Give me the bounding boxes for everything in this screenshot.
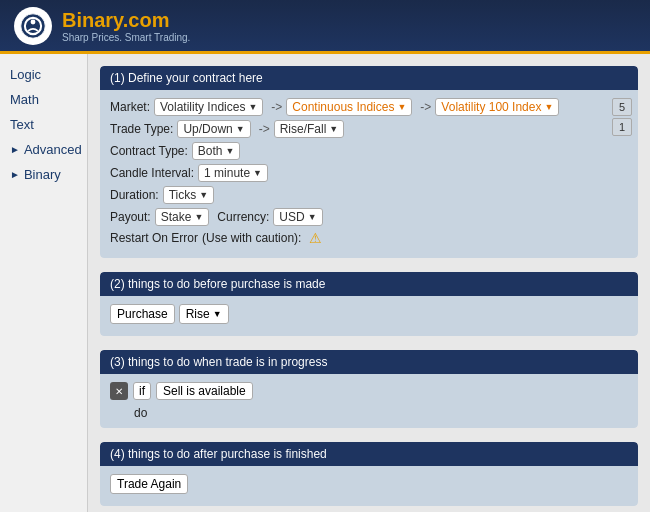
app-header: Binary.com Sharp Prices. Smart Trading. [0, 0, 650, 54]
rise-caret: ▼ [213, 309, 222, 319]
section-2-body: Purchase Rise ▼ [100, 296, 638, 336]
market-label: Market: [110, 100, 150, 114]
trade-type-dropdown[interactable]: Up/Down ▼ [177, 120, 250, 138]
section-3-title: (3) things to do when trade is in progre… [110, 355, 327, 369]
rise-btn-label: Rise [186, 307, 210, 321]
section-3-body: ✕ if Sell is available do [100, 374, 638, 428]
do-label: do [110, 404, 628, 420]
sell-button[interactable]: Sell is available [156, 382, 253, 400]
sidebar-item-logic[interactable]: Logic [0, 62, 87, 87]
sidebar-item-text[interactable]: Text [0, 112, 87, 137]
section-4: (4) things to do after purchase is finis… [100, 442, 638, 506]
purchase-btn-label: Purchase [117, 307, 168, 321]
if-icon[interactable]: ✕ [110, 382, 128, 400]
trade-arrow-sep: -> [259, 122, 270, 136]
currency-caret: ▼ [308, 212, 317, 222]
tagline: Sharp Prices. Smart Trading. [62, 32, 190, 43]
rise-fall-dropdown[interactable]: Rise/Fall ▼ [274, 120, 345, 138]
section-3-header: (3) things to do when trade is in progre… [100, 350, 638, 374]
candle-interval-dropdown[interactable]: 1 minute ▼ [198, 164, 268, 182]
contract-type-label: Contract Type: [110, 144, 188, 158]
trade-type-dd-label: Up/Down [183, 122, 232, 136]
rise-fall-label: Rise/Fall [280, 122, 327, 136]
purchase-row: Purchase Rise ▼ [110, 304, 628, 324]
rise-button[interactable]: Rise ▼ [179, 304, 229, 324]
section-1-title: (1) Define your contract here [110, 71, 263, 85]
sidebar-label-text: Text [10, 117, 34, 132]
payout-dropdown[interactable]: Stake ▼ [155, 208, 210, 226]
volatility100-dropdown[interactable]: Volatility 100 Index ▼ [435, 98, 559, 116]
candle-interval-row: Candle Interval: 1 minute ▼ [110, 164, 628, 182]
main-layout: Logic Math Text ► Advanced ► Binary (1) … [0, 54, 650, 512]
brand-primary: Binary [62, 9, 123, 31]
section-1: (1) Define your contract here Market: Vo… [100, 66, 638, 258]
currency-label: Currency: [217, 210, 269, 224]
section-1-body: Market: Volatility Indices ▼ -> Continuo… [100, 90, 638, 258]
contract-type-caret: ▼ [226, 146, 235, 156]
trade-type-caret: ▼ [236, 124, 245, 134]
section-2-title: (2) things to do before purchase is made [110, 277, 325, 291]
payout-caret: ▼ [194, 212, 203, 222]
continuous-indices-label: Continuous Indices [292, 100, 394, 114]
purchase-button[interactable]: Purchase [110, 304, 175, 324]
spinner-top[interactable]: 5 [612, 98, 632, 116]
section-4-body: Trade Again [100, 466, 638, 506]
volatility100-label: Volatility 100 Index [441, 100, 541, 114]
duration-dd-label: Ticks [169, 188, 197, 202]
restart-caution: (Use with caution): [202, 231, 301, 245]
continuous-indices-caret: ▼ [397, 102, 406, 112]
section-2-header: (2) things to do before purchase is made [100, 272, 638, 296]
sidebar-item-math[interactable]: Math [0, 87, 87, 112]
currency-dropdown[interactable]: USD ▼ [273, 208, 322, 226]
market-row: Market: Volatility Indices ▼ -> Continuo… [110, 98, 628, 116]
svg-point-2 [31, 19, 36, 24]
arrow-binary: ► [10, 169, 20, 180]
section-1-header: (1) Define your contract here [100, 66, 638, 90]
brand-accent: .com [123, 9, 170, 31]
sell-label: Sell is available [163, 384, 246, 398]
rise-fall-caret: ▼ [329, 124, 338, 134]
contract-type-dd-label: Both [198, 144, 223, 158]
trade-type-row: Trade Type: Up/Down ▼ -> Rise/Fall ▼ [110, 120, 628, 138]
trade-again-button[interactable]: Trade Again [110, 474, 188, 494]
logo-circle [14, 7, 52, 45]
market-dd-label: Volatility Indices [160, 100, 245, 114]
trade-again-row: Trade Again [110, 474, 628, 494]
section-3: (3) things to do when trade is in progre… [100, 350, 638, 428]
if-block: ✕ if Sell is available [110, 382, 628, 400]
duration-dropdown[interactable]: Ticks ▼ [163, 186, 214, 204]
sidebar-item-advanced[interactable]: ► Advanced [0, 137, 87, 162]
arrow-advanced: ► [10, 144, 20, 155]
payout-dd-label: Stake [161, 210, 192, 224]
sidebar-label-advanced: Advanced [24, 142, 82, 157]
arrow2-sep: -> [420, 100, 431, 114]
market-arrow-sep: -> [271, 100, 282, 114]
market-dropdown[interactable]: Volatility Indices ▼ [154, 98, 263, 116]
trade-again-label: Trade Again [117, 477, 181, 491]
if-label: if [133, 382, 151, 400]
sidebar-label-logic: Logic [10, 67, 41, 82]
volatility100-caret: ▼ [544, 102, 553, 112]
sidebar: Logic Math Text ► Advanced ► Binary [0, 54, 88, 512]
contract-type-row: Contract Type: Both ▼ [110, 142, 628, 160]
candle-dd-label: 1 minute [204, 166, 250, 180]
spinner-control: 5 1 [612, 98, 632, 136]
contract-type-dropdown[interactable]: Both ▼ [192, 142, 241, 160]
continuous-indices-dropdown[interactable]: Continuous Indices ▼ [286, 98, 412, 116]
duration-row: Duration: Ticks ▼ [110, 186, 628, 204]
warning-icon: ⚠ [309, 230, 322, 246]
payout-label: Payout: [110, 210, 151, 224]
duration-label: Duration: [110, 188, 159, 202]
brand-name: Binary.com [62, 9, 190, 32]
sidebar-item-binary[interactable]: ► Binary [0, 162, 87, 187]
trade-type-label: Trade Type: [110, 122, 173, 136]
market-caret: ▼ [248, 102, 257, 112]
restart-label: Restart On Error [110, 231, 198, 245]
brand-text: Binary.com Sharp Prices. Smart Trading. [62, 9, 190, 43]
section-4-title: (4) things to do after purchase is finis… [110, 447, 327, 461]
candle-caret: ▼ [253, 168, 262, 178]
spinner-bottom[interactable]: 1 [612, 118, 632, 136]
sidebar-label-math: Math [10, 92, 39, 107]
candle-label: Candle Interval: [110, 166, 194, 180]
section-2: (2) things to do before purchase is made… [100, 272, 638, 336]
